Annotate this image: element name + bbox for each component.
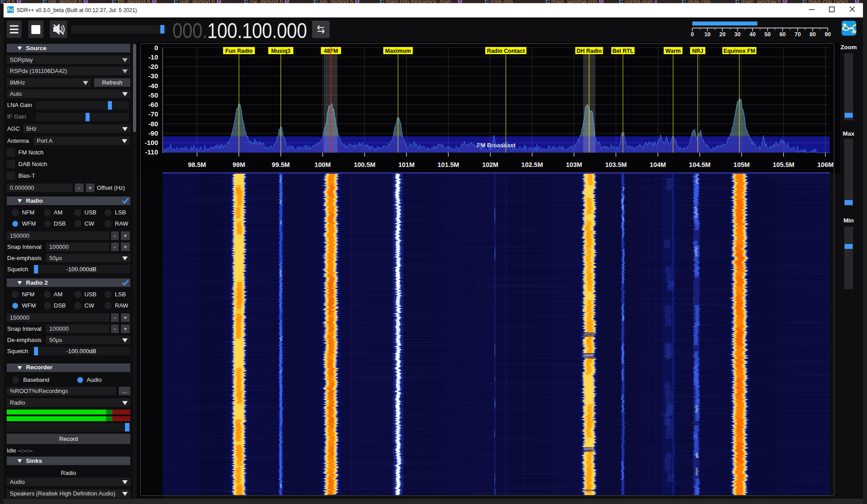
- svg-text:80: 80: [810, 31, 816, 38]
- svg-text:40: 40: [749, 31, 755, 38]
- svg-text:70: 70: [794, 31, 801, 38]
- svg-text:10: 10: [704, 31, 711, 38]
- svg-text:30: 30: [734, 31, 741, 38]
- svg-text:60: 60: [780, 31, 786, 38]
- svg-text:50: 50: [764, 31, 771, 38]
- svg-text:20: 20: [719, 31, 725, 38]
- svg-text:0: 0: [691, 31, 694, 38]
- svg-text:90: 90: [824, 31, 831, 38]
